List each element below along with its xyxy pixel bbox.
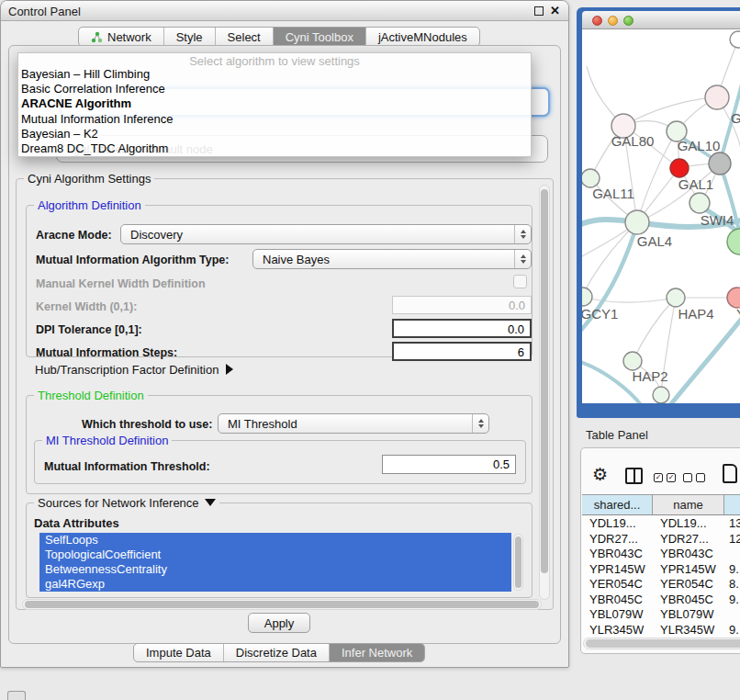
network-edge[interactable]	[582, 222, 637, 296]
dropdown-item[interactable]: ARACNE Algorithm	[18, 96, 531, 111]
settings-horizontal-scrollbar[interactable]	[22, 599, 542, 610]
table-row[interactable]: YDL19...YDL19...13	[582, 516, 740, 532]
which-threshold-combo[interactable]: MI Threshold	[218, 413, 489, 434]
tab-impute-data[interactable]: Impute Data	[134, 644, 223, 661]
algorithm-definition-group: Algorithm Definition Aracne Mode: Discov…	[26, 205, 533, 357]
collapsed-panel-icon[interactable]	[7, 691, 26, 700]
tab-jactivemnodules[interactable]: jActiveMNodules	[365, 28, 479, 46]
table-row[interactable]: YLR345WYLR345W9.	[582, 623, 740, 638]
network-canvas[interactable]: GALGAL80GAL10GAL1GAL11SWI4GAL4GCY1HAP4YH…	[582, 29, 740, 403]
dropdown-item[interactable]: Bayesian – Hill Climbing	[18, 67, 531, 82]
manual-kernel-width-checkbox	[513, 275, 527, 288]
node-label: GAL4	[637, 233, 672, 249]
control-panel-titlebar: Control Panel ✕	[1, 1, 568, 21]
node-gal4[interactable]	[625, 210, 649, 234]
mi-algorithm-type-combo[interactable]: Naive Bayes	[252, 249, 532, 269]
attributes-scrollbar[interactable]	[513, 534, 523, 591]
settings-group-title: Cyni Algorithm Settings	[24, 172, 154, 186]
aracne-mode-combo[interactable]: Discovery	[120, 224, 532, 244]
scrollbar-thumb[interactable]	[515, 536, 521, 588]
network-edge[interactable]	[583, 297, 676, 302]
select-all-checkbox-icon[interactable]: ✓	[667, 473, 676, 482]
dpi-tolerance-field[interactable]: 0.0	[392, 319, 532, 338]
table-row[interactable]: YPR145WYPR145W9.	[582, 562, 740, 578]
window-title: Control Panel	[8, 5, 81, 18]
table-cell: 13	[724, 516, 740, 532]
column-header-partial[interactable]	[724, 495, 740, 514]
node-hap4[interactable]	[667, 288, 685, 307]
table-row[interactable]: YDR27...YDR27...12	[582, 532, 740, 548]
tab-discretize-data[interactable]: Discretize Data	[223, 644, 329, 661]
tab-select[interactable]: Select	[215, 28, 273, 46]
deselect-all-checkbox-icon[interactable]	[683, 473, 692, 482]
table-row[interactable]: YBL079WYBL079W	[582, 607, 740, 623]
tab-network[interactable]: Network	[79, 28, 163, 46]
attribute-list-item[interactable]: gal4RGexp	[39, 577, 511, 592]
select-all-checkbox-icon[interactable]: ✓	[654, 473, 663, 482]
table-cell: YPR145W	[582, 562, 653, 578]
scrollbar-thumb[interactable]	[541, 189, 548, 573]
node-swi4[interactable]	[690, 193, 710, 213]
node-bottom-partial[interactable]	[653, 387, 669, 403]
close-traffic-light-icon[interactable]	[592, 16, 602, 26]
network-svg: GALGAL80GAL10GAL1GAL11SWI4GAL4GCY1HAP4YH…	[582, 29, 740, 403]
table-cell: YPR145W	[653, 562, 724, 578]
minimize-traffic-light-icon[interactable]	[608, 16, 618, 26]
dpi-tolerance-label: DPI Tolerance [0,1]:	[36, 323, 142, 336]
scrollbar-thumb[interactable]	[25, 601, 539, 608]
gear-icon[interactable]: ⚙	[592, 464, 608, 485]
mi-threshold-field[interactable]: 0.5	[382, 455, 516, 474]
cyni-bottom-tabbar: Impute Data Discretize Data Infer Networ…	[133, 643, 425, 662]
table-cell: 9.	[724, 562, 739, 578]
mi-threshold-value: 0.5	[493, 457, 510, 471]
table-cell: YBR045C	[653, 593, 724, 608]
columns-icon[interactable]	[625, 468, 643, 484]
network-edge[interactable]	[633, 298, 676, 361]
scrollbar-thumb[interactable]	[586, 639, 740, 648]
node-top-partial[interactable]	[730, 31, 740, 48]
data-attributes-list[interactable]: SelfLoopsTopologicalCoefficientBetweenne…	[39, 533, 511, 592]
dropdown-item[interactable]: Bayesian – K2	[18, 127, 531, 141]
node-red[interactable]	[670, 159, 689, 177]
table-row[interactable]: YBR043CYBR043C	[582, 547, 740, 562]
sources-group-title[interactable]: Sources for Network Inference	[34, 496, 219, 510]
tab-infer-network[interactable]: Infer Network	[329, 644, 424, 661]
node-green-right[interactable]	[727, 229, 740, 254]
column-header-shared-name[interactable]: shared...	[582, 495, 653, 514]
attribute-list-item[interactable]: BetweennessCentrality	[39, 562, 511, 577]
attribute-list-item[interactable]: SelfLoops	[39, 533, 511, 548]
node-hap2[interactable]	[623, 352, 642, 370]
node-label: HAP2	[632, 368, 667, 384]
tab-cyni-toolbox[interactable]: Cyni Toolbox	[273, 28, 365, 46]
data-attributes-label: Data Attributes	[34, 516, 119, 530]
column-header-name[interactable]: name	[653, 495, 724, 514]
dropdown-item[interactable]: Mutual Information Inference	[18, 112, 531, 127]
apply-button[interactable]: Apply	[248, 613, 310, 633]
table-horizontal-scrollbar[interactable]	[583, 638, 740, 649]
table-panel-title: Table Panel	[586, 428, 648, 442]
hub-definition-expander[interactable]: Hub/Transcription Factor Definition	[35, 363, 233, 377]
node-salmon[interactable]	[727, 288, 740, 308]
node-gray[interactable]	[709, 152, 731, 175]
node-label: Y	[736, 306, 740, 322]
control-panel-window: Control Panel ✕ Network Style Select Cyn…	[0, 0, 569, 668]
settings-vertical-scrollbar[interactable]	[539, 185, 550, 600]
table-cell: YLR345W	[582, 623, 653, 638]
table-cell: YDR27...	[582, 532, 653, 548]
deselect-all-checkbox-icon[interactable]	[696, 473, 705, 482]
dropdown-item[interactable]: Basic Correlation Inference	[18, 82, 531, 96]
column-header-label: shared...	[594, 498, 641, 512]
tab-style[interactable]: Style	[163, 28, 215, 46]
table-row[interactable]: YER054CYER054C8.	[582, 577, 740, 593]
node-gal2[interactable]	[705, 85, 729, 109]
dropdown-item[interactable]: Dream8 DC_TDC Algorithm	[18, 141, 531, 156]
attribute-list-item[interactable]: TopologicalCoefficient	[39, 548, 511, 562]
zoom-traffic-light-icon[interactable]	[623, 16, 633, 26]
float-window-icon[interactable]	[534, 6, 544, 16]
node-gal11[interactable]	[582, 169, 600, 187]
node-gcy1[interactable]	[582, 288, 592, 306]
mi-steps-field[interactable]: 6	[392, 342, 532, 361]
export-table-icon[interactable]	[723, 464, 737, 483]
table-row[interactable]: YBR045CYBR045C9.	[582, 593, 740, 608]
close-icon[interactable]: ✕	[550, 4, 560, 17]
